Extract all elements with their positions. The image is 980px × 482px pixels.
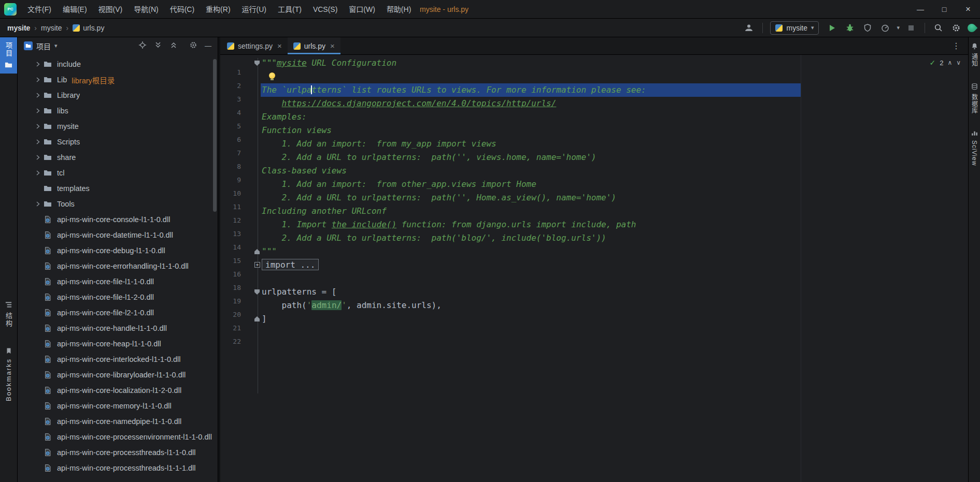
close-tab-icon[interactable]: × — [277, 41, 282, 50]
tab-options-icon[interactable]: ⋮ — [944, 37, 968, 54]
tree-item[interactable]: Lib library根目录 — [18, 72, 218, 87]
menu-item[interactable]: 导航(N) — [128, 0, 164, 19]
code-text[interactable]: import ... — [262, 258, 319, 272]
tree-item[interactable]: api-ms-win-core-debug-l1-1-0.dll — [18, 243, 218, 258]
tree-item[interactable]: api-ms-win-core-file-l1-1-0.dll — [18, 274, 218, 289]
tree-item[interactable]: api-ms-win-core-errorhandling-l1-1-0.dll — [18, 258, 218, 274]
code-text[interactable]: Examples: — [262, 110, 307, 124]
editor-line[interactable]: 1 """mysite URL Configuration — [220, 56, 968, 70]
editor-line[interactable]: 12 Including another URLconf — [220, 205, 968, 218]
menu-item[interactable]: 视图(V) — [93, 0, 129, 19]
chevron-down-icon[interactable]: ▾ — [897, 24, 900, 31]
menu-item[interactable]: 运行(U) — [236, 0, 272, 19]
code-text[interactable]: 1. Add an import: from other_app.views i… — [262, 178, 536, 191]
editor-line[interactable]: 19 urlpatterns = [ — [220, 285, 968, 299]
tree-item[interactable]: Library — [18, 87, 218, 103]
next-issue-icon[interactable]: ∨ — [956, 59, 961, 66]
tree-item[interactable]: api-ms-win-core-localization-l1-2-0.dll — [18, 383, 218, 398]
chevron-right-icon[interactable] — [32, 154, 44, 161]
tree-item[interactable]: Scripts — [18, 134, 218, 150]
tree-item[interactable]: api-ms-win-core-processthreads-l1-1-0.dl… — [18, 445, 218, 460]
panel-settings-gear-icon[interactable] — [189, 41, 197, 51]
tree-item[interactable]: share — [18, 150, 218, 165]
run-config-selector[interactable]: mysite ▾ — [770, 21, 819, 35]
folded-import-region[interactable]: import ... — [262, 259, 319, 270]
tool-window-button-notifications[interactable]: 通知 — [969, 42, 980, 67]
code-text[interactable]: Including another URLconf — [262, 205, 387, 218]
chevron-right-icon[interactable] — [32, 169, 44, 177]
editor-line[interactable]: 21 ] — [220, 312, 968, 326]
tool-window-button-project[interactable]: 项目 — [0, 37, 17, 74]
menu-item[interactable]: 工具(T) — [272, 0, 307, 19]
editor-line[interactable]: 10 1. Add an import: from other_app.view… — [220, 178, 968, 191]
editor-line[interactable]: 13 1. Import the include() function: fro… — [220, 218, 968, 231]
editor-line[interactable]: 15 """ — [220, 245, 968, 258]
tree-item[interactable]: api-ms-win-core-interlocked-l1-1-0.dll — [18, 352, 218, 367]
tree-item[interactable]: api-ms-win-core-handle-l1-1-0.dll — [18, 320, 218, 336]
collapse-all-icon[interactable] — [169, 41, 178, 51]
stop-button[interactable] — [905, 22, 917, 34]
chevron-right-icon[interactable] — [32, 76, 44, 83]
editor-tab[interactable]: settings.py × — [221, 37, 288, 54]
editor-line[interactable]: 6 Function views — [220, 124, 968, 137]
tree-item[interactable]: api-ms-win-core-processenvironment-l1-1-… — [18, 429, 218, 445]
tree-item[interactable]: api-ms-win-core-memory-l1-1-0.dll — [18, 398, 218, 414]
tree-item[interactable]: Tools — [18, 196, 218, 212]
code-text[interactable]: """ — [262, 245, 277, 258]
tree-item[interactable]: templates — [18, 181, 218, 196]
editor-line[interactable]: 4 https://docs.djangoproject.com/en/4.0/… — [220, 97, 968, 110]
tree-item[interactable]: api-ms-win-core-heap-l1-1-0.dll — [18, 336, 218, 352]
code-text[interactable]: ] — [262, 312, 267, 326]
menu-item[interactable]: VCS(S) — [307, 0, 343, 19]
chevron-right-icon[interactable] — [32, 200, 44, 208]
profiler-button[interactable] — [879, 22, 891, 34]
tree-item[interactable]: include — [18, 56, 218, 72]
run-button[interactable] — [826, 22, 839, 34]
prev-issue-icon[interactable]: ∧ — [947, 59, 952, 66]
menu-item[interactable]: 代码(C) — [164, 0, 200, 19]
editor-line[interactable]: 3 The `urlpatterns` list routes URLs to … — [220, 83, 968, 97]
tree-item[interactable]: tcl — [18, 165, 218, 181]
code-text[interactable]: path('admin/', admin.site.urls), — [262, 299, 442, 312]
editor-line[interactable]: 11 2. Add a URL to urlpatterns: path('',… — [220, 191, 968, 205]
code-text[interactable]: 1. Import the include() function: from d… — [262, 218, 636, 231]
search-everywhere-icon[interactable] — [932, 22, 945, 34]
menu-item[interactable]: 窗口(W) — [343, 0, 381, 19]
tree-item[interactable]: api-ms-win-core-processthreads-l1-1-1.dl… — [18, 460, 218, 476]
hide-panel-icon[interactable]: — — [205, 42, 211, 50]
chevron-right-icon[interactable] — [32, 92, 44, 99]
editor-tab[interactable]: urls.py × — [288, 37, 340, 54]
tool-window-button-bookmarks[interactable]: Bookmarks — [0, 343, 17, 406]
breadcrumb-item[interactable]: urls.py — [73, 24, 104, 32]
code-text[interactable]: 2. Add a URL to urlpatterns: path('', vi… — [262, 151, 596, 164]
project-scrollbar[interactable] — [213, 59, 217, 212]
coverage-button[interactable] — [861, 22, 874, 34]
chevron-right-icon[interactable] — [32, 123, 44, 130]
fold-marker[interactable] — [254, 61, 260, 66]
tree-item[interactable]: api-ms-win-core-libraryloader-l1-1-0.dll — [18, 367, 218, 383]
editor-line[interactable]: 18 — [220, 272, 968, 285]
editor-line[interactable]: 7 1. Add an import: from my_app import v… — [220, 137, 968, 151]
intention-bulb-icon[interactable] — [269, 72, 275, 79]
tree-item[interactable]: api-ms-win-core-file-l2-1-0.dll — [18, 305, 218, 320]
code-text[interactable]: 1. Add an import: from my_app import vie… — [262, 137, 496, 151]
close-tab-icon[interactable]: × — [330, 41, 335, 50]
editor-line[interactable]: 9 Class-based views — [220, 164, 968, 178]
code-text[interactable]: urlpatterns = [ — [262, 285, 337, 299]
menu-item[interactable]: 文件(F) — [22, 0, 57, 19]
code-text[interactable]: """mysite URL Configuration — [262, 56, 396, 70]
locate-file-icon[interactable] — [138, 41, 147, 51]
chevron-right-icon[interactable] — [32, 138, 44, 145]
code-text[interactable]: Class-based views — [262, 164, 347, 178]
tree-item[interactable]: api-ms-win-core-file-l1-2-0.dll — [18, 289, 218, 305]
editor-line[interactable]: 16 import ... + — [220, 258, 968, 272]
tool-window-button-sciview[interactable]: SciView — [969, 129, 980, 166]
user-icon[interactable] — [743, 22, 755, 34]
chevron-down-icon[interactable]: ▾ — [54, 42, 58, 49]
code-editor[interactable]: 1 """mysite URL Configuration 2 3 The `u… — [220, 55, 968, 482]
editor-line[interactable]: 8 2. Add a URL to urlpatterns: path('', … — [220, 151, 968, 164]
settings-gear-icon[interactable] — [950, 22, 962, 34]
tool-window-button-database[interactable]: 数据库 — [969, 83, 980, 114]
inspections-widget[interactable]: ✓ 2 ∧ ∨ — [929, 59, 961, 67]
fold-marker[interactable]: + — [254, 262, 260, 268]
